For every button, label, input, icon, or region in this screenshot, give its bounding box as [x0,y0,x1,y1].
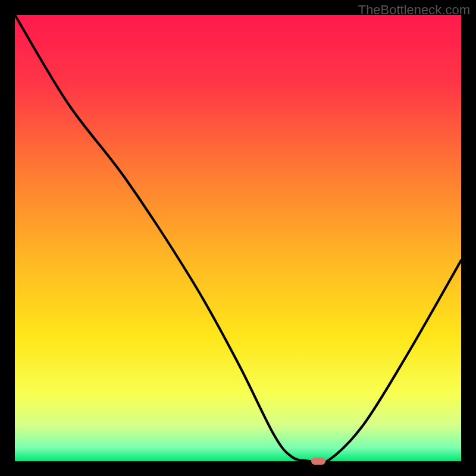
optimal-marker [311,458,325,465]
watermark-text: TheBottleneck.com [358,2,470,18]
bottleneck-curve [15,15,461,461]
plot-area [15,15,461,461]
